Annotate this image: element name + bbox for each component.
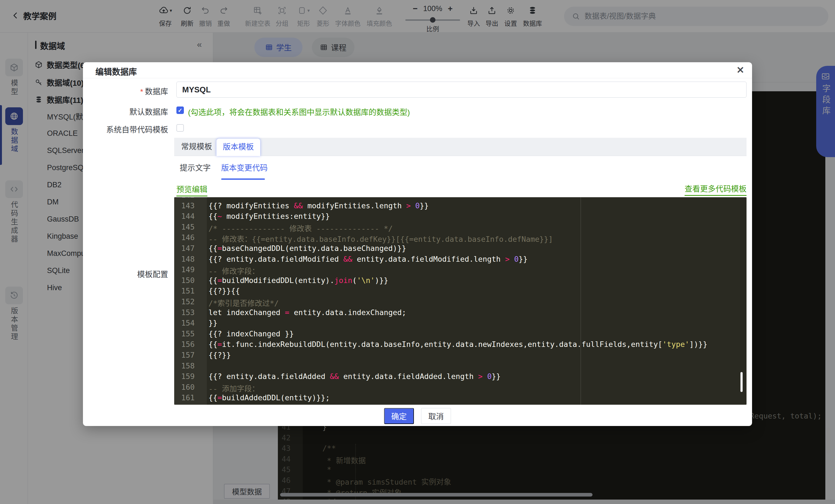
code-line: 147{{=baseChangedDDL(entity.data.baseCha… [174, 244, 747, 255]
subtab-version-change-code[interactable]: 版本变更代码 [221, 162, 268, 173]
edit-database-dialog: 编辑数据库 ✕ *数据库 默认数据库 ✓ (勾选此项，将会在数据表和关系图中显示… [83, 62, 752, 426]
tab-version-template[interactable]: 版本模板 [216, 138, 261, 156]
code-line: 162{{ [174, 404, 747, 405]
code-line: 161{{=buildAddedDDL(entity)}}; [174, 394, 747, 404]
code-line: 144{{~ modifyEntities:entity}} [174, 212, 747, 223]
system-template-label: 系统自带代码模板 [106, 124, 168, 135]
default-db-label: 默认数据库 [129, 106, 168, 117]
template-tabs: 常规模板 版本模板 [174, 138, 747, 156]
editor-scrollbar-thumb[interactable] [740, 372, 742, 392]
code-line: 159{{? entity.data.fieldAdded && entity.… [174, 372, 747, 383]
code-lines: 142143{{? modifyEntities && modifyEntiti… [174, 197, 747, 405]
close-icon[interactable]: ✕ [737, 64, 745, 76]
dialog-title: 编辑数据库 [95, 65, 137, 77]
version-code-editor[interactable]: 142143{{? modifyEntities && modifyEntiti… [174, 197, 747, 405]
code-line: 150{{=buildModifiedDDL(entity).join('\n'… [174, 276, 747, 287]
code-line: 143{{? modifyEntities && modifyEntities.… [174, 201, 747, 212]
code-line: 148{{? entity.data.fieldModified && enti… [174, 255, 747, 265]
tab-general-template[interactable]: 常规模板 [180, 138, 213, 156]
code-line: 152/*索引是否修改过*/ [174, 297, 747, 308]
ok-button[interactable]: 确定 [384, 408, 414, 424]
code-line: 158 [174, 362, 747, 372]
default-db-checkbox[interactable]: ✓ [177, 106, 184, 114]
code-line: 151{{?}}{{ [174, 287, 747, 297]
code-line: 154}} [174, 319, 747, 329]
code-line: 145/* -------------- 修改表 -------------- … [174, 223, 747, 234]
column-ruler [581, 197, 581, 405]
database-name-input[interactable] [177, 82, 747, 98]
required-asterisk: * [140, 87, 143, 96]
dialog-header: 编辑数据库 ✕ [83, 62, 752, 78]
code-line: 156{{=it.func.indexRebuildDDL(entity.dat… [174, 340, 747, 351]
code-line: 146-- 修改表：{{=entity.data.baseInfo.defKey… [174, 233, 747, 244]
code-line: 160-- 添加字段： [174, 383, 747, 394]
code-line: 142 [174, 197, 747, 201]
cancel-button[interactable]: 取消 [421, 408, 451, 424]
system-template-checkbox[interactable] [177, 124, 184, 132]
app-window: 教学案例 ▾ 保存 刷新 撤销 重做 [0, 0, 835, 504]
preview-edit-link[interactable]: 预览编辑 [177, 183, 207, 196]
code-line: 149-- 修改字段： [174, 265, 747, 276]
default-db-note: (勾选此项，将会在数据表和关系图中显示默认数据库的数据类型) [188, 106, 410, 117]
active-subtab-underline [221, 178, 265, 180]
code-line: 153let indexChanged = entity.data.indexC… [174, 308, 747, 319]
code-line: 157{{?}} [174, 351, 747, 362]
subtab-hint-text[interactable]: 提示文字 [180, 162, 211, 173]
dialog-footer: 确定 取消 [83, 408, 752, 424]
database-field-label: *数据库 [140, 85, 168, 97]
more-templates-link[interactable]: 查看更多代码模板 [685, 183, 747, 196]
template-config-label: 模板配置 [137, 268, 168, 279]
code-line: 155{{? indexChanged }} [174, 329, 747, 340]
